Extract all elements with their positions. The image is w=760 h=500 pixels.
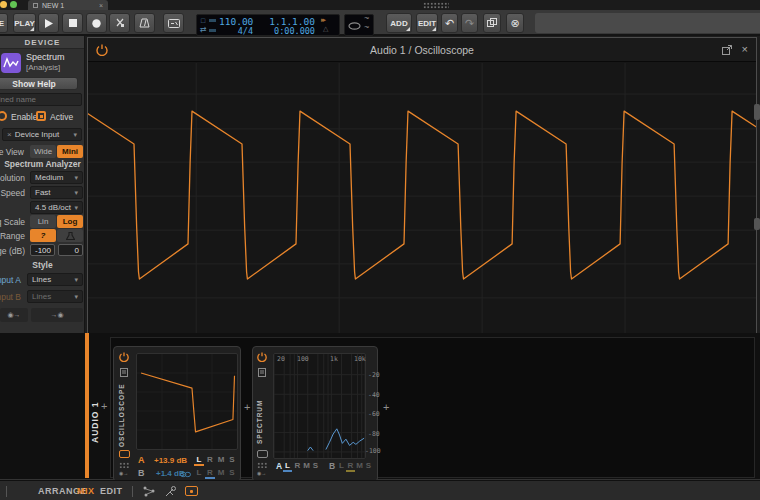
metronome-button[interactable] (134, 13, 155, 33)
right-scrollbar-handle[interactable] (754, 104, 760, 120)
oscilloscope-panel-header[interactable]: Audio 1 / Oscilloscope × (88, 38, 756, 62)
preset-grid-icon[interactable] (257, 462, 267, 468)
device-name-input[interactable] (0, 93, 82, 106)
freq-range-manual-button[interactable] (57, 229, 83, 242)
insert-device-button[interactable]: + (244, 401, 250, 413)
freq-scale-label-clipped: Freq Scale (0, 217, 27, 229)
input-a-style-select[interactable]: Lines ▾ (27, 273, 83, 286)
routing-icon[interactable]: ◉→ (119, 470, 128, 476)
remote-controls-icon[interactable] (120, 368, 128, 377)
add-button[interactable]: ADD (386, 13, 412, 33)
right-scrollbar-handle[interactable] (754, 218, 760, 230)
punch-in-out-icon[interactable]: ▸▸ (321, 16, 324, 24)
device-view-wide-button[interactable]: Wide (30, 145, 56, 158)
enable-toggle[interactable] (0, 111, 7, 121)
shuffle-icon[interactable]: ⇄ (200, 25, 207, 34)
stop-button[interactable] (62, 13, 83, 33)
spectrum-device[interactable]: SPECTRUM ◉→ 20 100 1k 10k -20 -40 -60 -8… (252, 346, 378, 482)
osc-b-side-button[interactable]: S (227, 468, 237, 477)
spec-b-left-button[interactable]: L (337, 461, 346, 470)
show-help-button[interactable]: Show Help (0, 77, 78, 90)
add-device-button[interactable]: + (101, 400, 107, 412)
clipped-left-button[interactable]: E (0, 13, 8, 33)
project-tab[interactable]: NEW 1 × (28, 0, 108, 10)
duplicate-button[interactable] (483, 13, 501, 33)
osc-b-right-button[interactable]: R (205, 468, 215, 479)
remote-controls-icon[interactable] (258, 368, 266, 377)
spec-a-side-button[interactable]: S (311, 461, 320, 470)
redo-button[interactable]: ↷ (461, 13, 478, 33)
expanded-view-icon[interactable] (119, 450, 130, 458)
spec-a-right-button[interactable]: R (293, 461, 302, 470)
delete-button[interactable]: ⊗ (506, 13, 524, 33)
minimize-window-icon[interactable] (0, 1, 7, 8)
tab-edit[interactable]: EDIT (100, 486, 123, 496)
spec-a-mid-button[interactable]: M (302, 461, 311, 470)
tab-mix[interactable]: MIX (77, 486, 95, 496)
device-view-mini-button[interactable]: Mini (57, 145, 83, 158)
plugin-icon[interactable] (165, 486, 176, 497)
power-icon[interactable] (119, 352, 129, 362)
osc-a-side-button[interactable]: S (227, 455, 237, 464)
osc-b-left-button[interactable]: L (194, 468, 204, 477)
speed-select[interactable]: Fast ▾ (30, 186, 83, 199)
track-color-strip[interactable] (85, 333, 89, 478)
record-button[interactable] (86, 13, 107, 33)
play-mode-button[interactable]: PLAY (13, 13, 36, 33)
inspector-section-title: DEVICE (0, 36, 85, 49)
range-max-field[interactable]: 0 (58, 244, 83, 256)
routing-output-button[interactable]: →◉ (31, 308, 83, 322)
spec-b-mid-button[interactable]: M (355, 461, 364, 470)
power-icon[interactable] (257, 352, 267, 362)
display-profile-button[interactable] (163, 13, 184, 33)
range-min-field[interactable]: -100 (30, 244, 55, 256)
freq-range-label-clipped: Freq Range (0, 231, 27, 243)
io-routing-panel-icon[interactable] (143, 486, 155, 497)
edit-button[interactable]: EDIT (416, 13, 438, 33)
automation-write-icon[interactable]: ~ (364, 22, 369, 32)
channel-a-gain[interactable]: +13.9 dB (154, 456, 187, 465)
spec-a-left-button[interactable]: L (283, 461, 292, 472)
spectrum-device-icon[interactable] (1, 53, 21, 73)
zoom-window-icon[interactable] (10, 1, 17, 8)
clear-input-icon[interactable]: × (7, 130, 12, 139)
popout-icon[interactable] (722, 45, 732, 55)
freq-scale-log-button[interactable]: Log (57, 215, 83, 228)
input-b-style-select[interactable]: Lines ▾ (27, 290, 83, 303)
overdub-button[interactable] (109, 13, 130, 33)
expanded-view-icon[interactable] (257, 450, 268, 458)
close-panel-icon[interactable]: × (742, 43, 748, 55)
spec-b-side-button[interactable]: S (364, 461, 373, 470)
device-name-vertical: OSCILLOSCOPE (118, 385, 125, 447)
osc-a-right-button[interactable]: R (205, 455, 215, 464)
play-button[interactable] (38, 13, 59, 33)
toolbar-drag-dots[interactable] (423, 2, 449, 9)
preset-grid-icon[interactable] (119, 462, 129, 468)
oscilloscope-mini-display[interactable] (136, 353, 238, 450)
quantize-icon[interactable]: □ (201, 17, 205, 24)
insert-device-button[interactable]: + (383, 401, 389, 413)
oscilloscope-device[interactable]: OSCILLOSCOPE ◉→ A +13.9 dB L R M S B +1.… (113, 346, 241, 482)
metronome-toggle-icon[interactable]: △ (323, 25, 328, 33)
routing-input-button[interactable]: ◉→ (0, 308, 28, 322)
device-panel-toggle-icon[interactable] (185, 486, 198, 496)
undo-button[interactable]: ↶ (441, 13, 458, 33)
freq-range-auto-button[interactable]: ? (30, 229, 56, 242)
active-toggle[interactable] (36, 111, 46, 121)
resolution-select[interactable]: Medium ▾ (30, 171, 83, 184)
track-name-label[interactable]: AUDIO 1 (90, 373, 100, 443)
time-signature-value[interactable]: 4/4 (219, 26, 253, 36)
link-icon[interactable] (180, 471, 191, 478)
spec-b-right-button[interactable]: R (346, 461, 355, 472)
routing-icon[interactable]: ◉→ (257, 470, 266, 476)
project-tab-close-icon[interactable]: × (99, 2, 103, 9)
spectrum-mini-display[interactable] (273, 353, 366, 459)
device-input-select[interactable]: × Device Input ▾ (2, 128, 82, 141)
slope-select[interactable]: 4.5 dB/oct ▾ (30, 201, 83, 214)
osc-a-mid-button[interactable]: M (216, 455, 226, 464)
osc-b-mid-button[interactable]: M (216, 468, 226, 477)
osc-a-left-button[interactable]: L (194, 455, 204, 466)
freq-scale-lin-button[interactable]: Lin (30, 215, 56, 228)
play-time-value[interactable]: 0:00.000 (257, 26, 315, 36)
loop-icon[interactable] (348, 22, 361, 30)
